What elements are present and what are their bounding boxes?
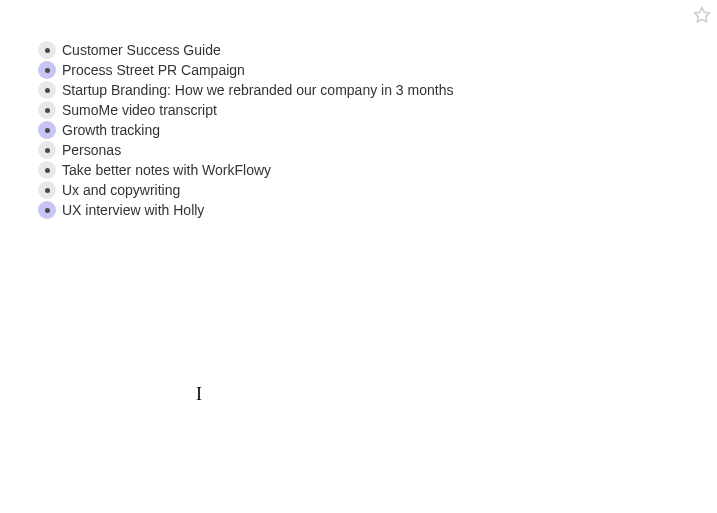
bullet-icon[interactable] [38,121,56,139]
bullet-icon[interactable] [38,141,56,159]
list-item[interactable]: Process Street PR Campaign [38,60,717,80]
list-item[interactable]: SumoMe video transcript [38,100,717,120]
svg-marker-0 [695,8,710,22]
bullet-icon[interactable] [38,61,56,79]
list-item[interactable]: Personas [38,140,717,160]
item-label[interactable]: Growth tracking [62,120,160,140]
item-label[interactable]: Customer Success Guide [62,40,221,60]
star-button[interactable] [693,6,711,27]
list-item[interactable]: Ux and copywriting [38,180,717,200]
bullet-icon[interactable] [38,101,56,119]
bullet-icon[interactable] [38,81,56,99]
bullet-icon[interactable] [38,161,56,179]
item-label[interactable]: Ux and copywriting [62,180,180,200]
outline-list: Customer Success Guide Process Street PR… [0,0,717,220]
list-item[interactable]: Customer Success Guide [38,40,717,60]
bullet-icon[interactable] [38,201,56,219]
item-label[interactable]: Take better notes with WorkFlowy [62,160,271,180]
list-item[interactable]: Take better notes with WorkFlowy [38,160,717,180]
bullet-icon[interactable] [38,41,56,59]
list-item[interactable]: Growth tracking [38,120,717,140]
text-cursor-icon: I [196,384,202,405]
item-label[interactable]: Process Street PR Campaign [62,60,245,80]
star-icon [693,6,711,24]
item-label[interactable]: Personas [62,140,121,160]
item-label[interactable]: Startup Branding: How we rebranded our c… [62,80,453,100]
list-item[interactable]: Startup Branding: How we rebranded our c… [38,80,717,100]
item-label[interactable]: SumoMe video transcript [62,100,217,120]
item-label[interactable]: UX interview with Holly [62,200,204,220]
list-item[interactable]: UX interview with Holly [38,200,717,220]
bullet-icon[interactable] [38,181,56,199]
